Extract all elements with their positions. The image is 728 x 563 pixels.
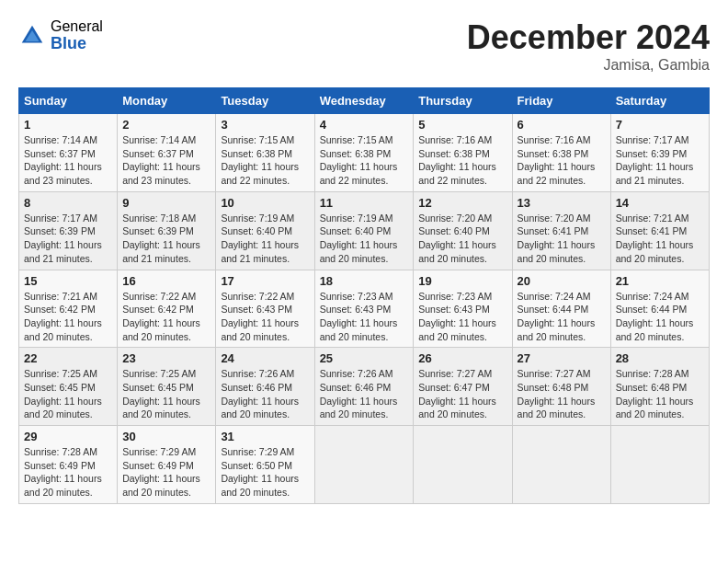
calendar-day-cell: 12Sunrise: 7:20 AMSunset: 6:40 PMDayligh…: [414, 191, 512, 270]
title-area: December 2024 Jamisa, Gambia: [467, 18, 710, 74]
logo: General Blue: [18, 18, 103, 52]
day-number: 24: [221, 351, 309, 365]
calendar-day-cell: 29Sunrise: 7:28 AMSunset: 6:49 PMDayligh…: [19, 426, 118, 504]
location: Jamisa, Gambia: [467, 57, 710, 74]
day-info: Sunrise: 7:28 AMSunset: 6:48 PMDaylight:…: [616, 367, 704, 421]
day-info: Sunrise: 7:18 AMSunset: 6:39 PMDaylight:…: [122, 212, 210, 266]
day-number: 27: [518, 351, 606, 365]
day-info: Sunrise: 7:15 AMSunset: 6:38 PMDaylight:…: [320, 133, 409, 188]
day-info: Sunrise: 7:25 AMSunset: 6:45 PMDaylight:…: [122, 367, 210, 421]
day-number: 28: [616, 351, 704, 365]
day-info: Sunrise: 7:24 AMSunset: 6:44 PMDaylight:…: [616, 290, 704, 344]
day-info: Sunrise: 7:23 AMSunset: 6:43 PMDaylight:…: [320, 290, 409, 344]
day-number: 21: [616, 274, 704, 288]
day-info: Sunrise: 7:27 AMSunset: 6:47 PMDaylight:…: [418, 367, 506, 421]
day-info: Sunrise: 7:21 AMSunset: 6:41 PMDaylight:…: [616, 212, 704, 266]
day-number: 1: [24, 118, 112, 132]
calendar-day-cell: 25Sunrise: 7:26 AMSunset: 6:46 PMDayligh…: [314, 348, 414, 426]
day-number: 22: [24, 351, 112, 365]
day-number: 9: [122, 196, 210, 210]
day-info: Sunrise: 7:21 AMSunset: 6:42 PMDaylight:…: [24, 290, 112, 344]
day-info: Sunrise: 7:19 AMSunset: 6:40 PMDaylight:…: [320, 212, 409, 266]
day-number: 13: [518, 196, 606, 210]
day-number: 8: [24, 196, 112, 210]
calendar-week-row: 29Sunrise: 7:28 AMSunset: 6:49 PMDayligh…: [19, 426, 710, 504]
day-info: Sunrise: 7:19 AMSunset: 6:40 PMDaylight:…: [221, 212, 309, 266]
day-number: 31: [221, 430, 309, 443]
calendar-week-row: 1Sunrise: 7:14 AMSunset: 6:37 PMDaylight…: [19, 114, 710, 192]
day-of-week-header: Tuesday: [216, 88, 314, 114]
day-number: 18: [320, 274, 409, 288]
calendar-day-cell: [512, 426, 610, 504]
calendar-day-cell: 5Sunrise: 7:16 AMSunset: 6:38 PMDaylight…: [414, 114, 512, 192]
day-of-week-header: Wednesday: [314, 88, 414, 114]
day-info: Sunrise: 7:22 AMSunset: 6:42 PMDaylight:…: [122, 290, 210, 344]
day-info: Sunrise: 7:15 AMSunset: 6:38 PMDaylight:…: [221, 133, 309, 188]
calendar-day-cell: 28Sunrise: 7:28 AMSunset: 6:48 PMDayligh…: [610, 348, 709, 426]
day-number: 29: [24, 430, 112, 443]
day-info: Sunrise: 7:16 AMSunset: 6:38 PMDaylight:…: [518, 133, 606, 188]
calendar-day-cell: 22Sunrise: 7:25 AMSunset: 6:45 PMDayligh…: [19, 348, 118, 426]
calendar-day-cell: 31Sunrise: 7:29 AMSunset: 6:50 PMDayligh…: [216, 426, 314, 504]
day-of-week-header: Friday: [512, 88, 610, 114]
day-info: Sunrise: 7:25 AMSunset: 6:45 PMDaylight:…: [24, 367, 112, 421]
day-number: 10: [221, 196, 309, 210]
day-info: Sunrise: 7:17 AMSunset: 6:39 PMDaylight:…: [24, 212, 112, 266]
day-number: 5: [418, 118, 506, 132]
day-info: Sunrise: 7:28 AMSunset: 6:49 PMDaylight:…: [24, 445, 112, 500]
calendar-day-cell: 10Sunrise: 7:19 AMSunset: 6:40 PMDayligh…: [216, 191, 314, 270]
day-info: Sunrise: 7:17 AMSunset: 6:39 PMDaylight:…: [616, 133, 704, 188]
day-info: Sunrise: 7:24 AMSunset: 6:44 PMDaylight:…: [518, 290, 606, 344]
day-info: Sunrise: 7:29 AMSunset: 6:49 PMDaylight:…: [122, 445, 210, 500]
calendar-day-cell: 30Sunrise: 7:29 AMSunset: 6:49 PMDayligh…: [118, 426, 216, 504]
day-info: Sunrise: 7:27 AMSunset: 6:48 PMDaylight:…: [518, 367, 606, 421]
calendar-day-cell: 24Sunrise: 7:26 AMSunset: 6:46 PMDayligh…: [216, 348, 314, 426]
calendar-day-cell: 17Sunrise: 7:22 AMSunset: 6:43 PMDayligh…: [216, 270, 314, 348]
day-number: 23: [122, 351, 210, 365]
day-number: 2: [122, 118, 210, 132]
calendar-day-cell: 6Sunrise: 7:16 AMSunset: 6:38 PMDaylight…: [512, 114, 610, 192]
calendar-day-cell: 9Sunrise: 7:18 AMSunset: 6:39 PMDaylight…: [118, 191, 216, 270]
day-of-week-header: Thursday: [414, 88, 512, 114]
day-info: Sunrise: 7:22 AMSunset: 6:43 PMDaylight:…: [221, 290, 309, 344]
day-number: 11: [320, 196, 409, 210]
day-info: Sunrise: 7:20 AMSunset: 6:41 PMDaylight:…: [518, 212, 606, 266]
calendar-day-cell: [314, 426, 414, 504]
day-of-week-header: Saturday: [610, 88, 709, 114]
calendar-week-row: 22Sunrise: 7:25 AMSunset: 6:45 PMDayligh…: [19, 348, 710, 426]
day-number: 15: [24, 274, 112, 288]
calendar-day-cell: 15Sunrise: 7:21 AMSunset: 6:42 PMDayligh…: [19, 270, 118, 348]
day-info: Sunrise: 7:14 AMSunset: 6:37 PMDaylight:…: [122, 133, 210, 188]
calendar-day-cell: [610, 426, 709, 504]
calendar-header-row: SundayMondayTuesdayWednesdayThursdayFrid…: [19, 88, 710, 114]
calendar-day-cell: 21Sunrise: 7:24 AMSunset: 6:44 PMDayligh…: [610, 270, 709, 348]
calendar-day-cell: 4Sunrise: 7:15 AMSunset: 6:38 PMDaylight…: [314, 114, 414, 192]
calendar-day-cell: 7Sunrise: 7:17 AMSunset: 6:39 PMDaylight…: [610, 114, 709, 192]
day-info: Sunrise: 7:29 AMSunset: 6:50 PMDaylight:…: [221, 445, 309, 500]
day-info: Sunrise: 7:16 AMSunset: 6:38 PMDaylight:…: [418, 133, 506, 188]
day-number: 25: [320, 351, 409, 365]
day-number: 17: [221, 274, 309, 288]
day-number: 30: [122, 430, 210, 443]
calendar-week-row: 15Sunrise: 7:21 AMSunset: 6:42 PMDayligh…: [19, 270, 710, 348]
logo-general: General: [51, 18, 103, 35]
calendar-day-cell: 8Sunrise: 7:17 AMSunset: 6:39 PMDaylight…: [19, 191, 118, 270]
day-info: Sunrise: 7:26 AMSunset: 6:46 PMDaylight:…: [320, 367, 409, 421]
day-of-week-header: Sunday: [19, 88, 118, 114]
logo-icon: [18, 22, 46, 50]
logo-blue: Blue: [51, 35, 103, 53]
day-info: Sunrise: 7:20 AMSunset: 6:40 PMDaylight:…: [418, 212, 506, 266]
calendar-day-cell: 27Sunrise: 7:27 AMSunset: 6:48 PMDayligh…: [512, 348, 610, 426]
calendar-day-cell: 11Sunrise: 7:19 AMSunset: 6:40 PMDayligh…: [314, 191, 414, 270]
day-number: 7: [616, 118, 704, 132]
calendar-day-cell: 20Sunrise: 7:24 AMSunset: 6:44 PMDayligh…: [512, 270, 610, 348]
calendar-day-cell: 23Sunrise: 7:25 AMSunset: 6:45 PMDayligh…: [118, 348, 216, 426]
month-title: December 2024: [467, 18, 710, 57]
calendar-day-cell: [414, 426, 512, 504]
calendar-table: SundayMondayTuesdayWednesdayThursdayFrid…: [18, 87, 710, 504]
day-number: 16: [122, 274, 210, 288]
calendar-day-cell: 19Sunrise: 7:23 AMSunset: 6:43 PMDayligh…: [414, 270, 512, 348]
calendar-day-cell: 14Sunrise: 7:21 AMSunset: 6:41 PMDayligh…: [610, 191, 709, 270]
day-number: 3: [221, 118, 309, 132]
calendar-day-cell: 16Sunrise: 7:22 AMSunset: 6:42 PMDayligh…: [118, 270, 216, 348]
